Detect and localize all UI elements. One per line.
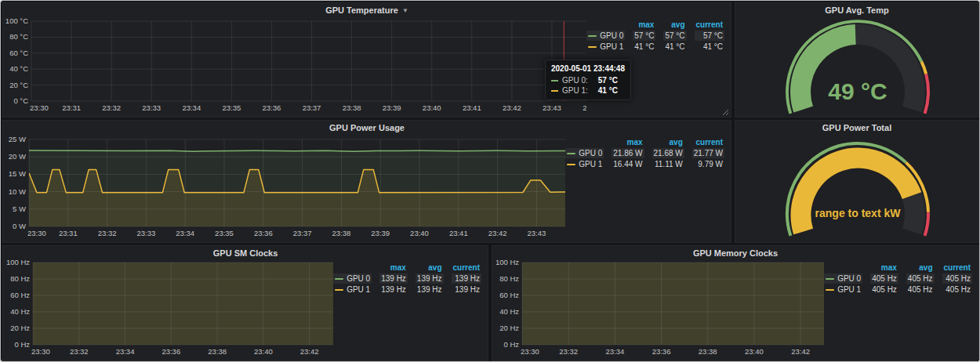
legend-stat-value: 9.79 W: [692, 159, 724, 169]
x-axis-label: 23:36: [263, 103, 281, 112]
chevron-down-icon: ▼: [402, 7, 408, 14]
legend-series-toggle[interactable]: GPU 1: [586, 42, 625, 52]
x-axis-label: 23:34: [176, 229, 194, 237]
gpu-temperature-legend: maxavgcurrentGPU 057 °C57 °C57 °CGPU 141…: [586, 17, 731, 52]
series-dash-icon: [551, 80, 558, 81]
legend-stat-value: 57 °C: [663, 31, 686, 41]
tooltip-series-value: 41 °C: [598, 85, 618, 96]
legend-series-name: GPU 0: [347, 274, 370, 283]
x-axis-label: 23:38: [332, 229, 350, 237]
y-axis-label: 0 W: [13, 222, 26, 230]
legend-stat-value: 21.86 W: [612, 148, 644, 158]
legend-stat-value: 21.68 W: [652, 148, 684, 158]
tooltip-series-value: 57 °C: [598, 75, 618, 85]
legend-series-toggle[interactable]: GPU 0: [565, 148, 604, 158]
tooltip-row: GPU 0: 57 °C: [551, 75, 625, 85]
panel-gpu-temperature: GPU Temperature ▼ 0 °C20 °C40 °C60 °C80 …: [2, 2, 731, 118]
legend-stat-value: 405 Hz: [906, 273, 935, 284]
panel-gpu-sm-clocks: GPU SM Clocks 0 Hz20 Hz40 Hz60 Hz80 Hz10…: [2, 245, 488, 361]
legend-header-current: current: [692, 137, 724, 147]
gpu-power-usage-chart[interactable]: 0 W5 W10 W15 W20 W25 W23:3023:3123:3223:…: [3, 135, 565, 242]
legend-header-avg: avg: [663, 20, 686, 30]
y-axis-label: 0 Hz: [14, 340, 30, 349]
legend-header-spacer: [333, 262, 372, 273]
x-axis-label: 23:37: [303, 103, 321, 112]
x-axis-label: 23:41: [449, 229, 468, 237]
legend-series-toggle[interactable]: GPU 1: [565, 159, 604, 169]
x-axis-label: 23:30: [31, 347, 50, 356]
legend-series-name: GPU 0: [579, 149, 602, 157]
series-dash-icon: [826, 278, 834, 280]
x-axis-label: 23:40: [745, 347, 764, 356]
panel-gpu-power-usage: GPU Power Usage 0 W5 W10 W15 W20 W25 W23…: [2, 120, 731, 243]
y-axis-label: 100 °C: [5, 17, 28, 25]
legend-header-avg: avg: [906, 262, 935, 273]
grafana-dashboard: GPU Temperature ▼ 0 °C20 °C40 °C60 °C80 …: [0, 0, 980, 362]
legend-series-toggle[interactable]: GPU 0: [586, 31, 625, 41]
panel-title-gpu-memory-clocks[interactable]: GPU Memory Clocks: [492, 246, 978, 260]
legend-stat-value: 139 Hz: [379, 284, 408, 295]
gauge-value-arc: [801, 158, 913, 232]
x-axis-label: 23:34: [605, 347, 624, 356]
legend-header-avg: avg: [416, 262, 444, 273]
legend-header-current: current: [695, 20, 724, 30]
series-area-fill: [522, 260, 824, 345]
gpu-avg-temp-gauge: 49 °C: [735, 17, 979, 117]
x-axis-label: 23:30: [521, 347, 539, 356]
legend-series-name: GPU 1: [579, 160, 602, 168]
gpu-sm-clocks-chart[interactable]: 0 Hz20 Hz40 Hz60 Hz80 Hz100 Hz23:3023:32…: [3, 260, 333, 360]
panel-title-gpu-power-usage[interactable]: GPU Power Usage: [3, 121, 731, 135]
panel-title-gpu-power-total[interactable]: GPU Power Total: [735, 121, 978, 135]
y-axis-label: 0 Hz: [503, 340, 519, 349]
x-axis-label: 23:31: [62, 103, 81, 112]
gpu-temperature-chart[interactable]: 0 °C20 °C40 °C60 °C80 °C100 °C23:3023:31…: [3, 17, 586, 117]
y-axis-label: 60 °C: [9, 49, 28, 57]
gauge-threshold-arc-red: [925, 212, 928, 236]
legend-series-toggle[interactable]: GPU 0: [333, 273, 372, 284]
legend-header-current: current: [452, 262, 481, 273]
series-dash-icon: [567, 164, 575, 165]
panel-title-gpu-avg-temp[interactable]: GPU Avg. Temp: [735, 3, 978, 17]
gpu-memory-clocks-chart[interactable]: 0 Hz20 Hz40 Hz60 Hz80 Hz100 Hz23:3023:32…: [492, 260, 824, 360]
legend-series-toggle[interactable]: GPU 1: [333, 284, 372, 295]
x-axis-label: 23:39: [371, 229, 390, 237]
y-axis-label: 40 Hz: [499, 307, 519, 316]
legend-header-max: max: [379, 262, 408, 273]
gauge-track-arc: [912, 196, 915, 232]
legend-series-name: GPU 1: [600, 42, 623, 51]
legend-series-name: GPU 1: [837, 285, 861, 294]
legend-series-toggle[interactable]: GPU 0: [824, 273, 862, 284]
panel-resize-handle[interactable]: [722, 109, 729, 116]
x-axis-label: 23:40: [410, 229, 429, 237]
gpu-power-usage-legend: maxavgcurrentGPU 021.86 W21.68 W21.77 WG…: [565, 135, 731, 169]
y-axis-label: 80 °C: [9, 32, 28, 41]
x-axis-label: 23:36: [652, 347, 671, 356]
y-axis-label: 20 Hz: [10, 324, 30, 332]
x-axis-label: 23:34: [116, 347, 135, 356]
y-axis-label: 0 °C: [13, 96, 28, 105]
panel-title-gpu-sm-clocks[interactable]: GPU SM Clocks: [3, 246, 488, 260]
panel-gpu-avg-temp: GPU Avg. Temp 49 °C: [735, 2, 979, 118]
series-dash-icon: [335, 278, 343, 280]
legend-series-toggle[interactable]: GPU 1: [824, 284, 862, 295]
x-axis-label: 23:44: [583, 103, 586, 112]
x-axis-label: 23:30: [30, 103, 49, 112]
y-axis-label: 20 Hz: [499, 324, 519, 332]
panel-title-text: GPU Temperature: [325, 5, 398, 15]
tooltip-series-name: GPU 0:: [562, 75, 588, 85]
x-axis-label: 23:42: [300, 347, 319, 356]
x-axis-label: 23:34: [182, 103, 201, 112]
gpu-power-total-gauge: range to text kW: [735, 135, 979, 242]
series-dash-icon: [588, 46, 597, 48]
y-axis-label: 5 W: [13, 205, 26, 213]
series-area-fill: [33, 260, 333, 345]
legend-stat-value: 139 Hz: [416, 284, 444, 295]
panel-title-text: GPU Avg. Temp: [825, 5, 889, 15]
panel-title-gpu-temperature[interactable]: GPU Temperature ▼: [3, 3, 731, 17]
y-axis-label: 20 °C: [9, 81, 28, 89]
legend-header-max: max: [633, 20, 655, 30]
series-line: [29, 150, 565, 151]
y-axis-label: 100 Hz: [6, 260, 30, 266]
y-axis-label: 20 W: [9, 152, 26, 161]
legend-header-spacer: [586, 20, 625, 30]
